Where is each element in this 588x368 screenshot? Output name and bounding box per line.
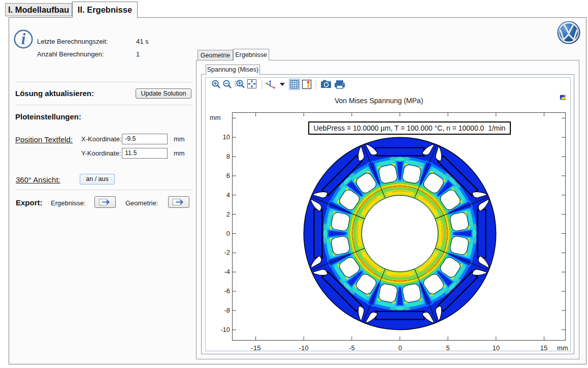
svg-text:i: i: [21, 30, 26, 48]
